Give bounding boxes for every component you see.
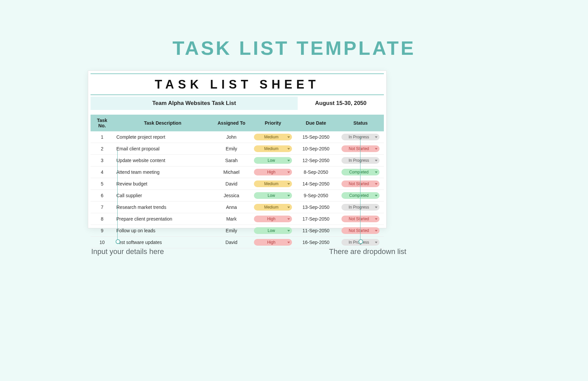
cell-status: In Progress	[337, 131, 384, 143]
chevron-down-icon	[287, 183, 290, 185]
cell-task-description[interactable]: Update website content	[114, 155, 211, 166]
table-row: 6Call supplierJessicaLow9-Sep-2050Comple…	[91, 190, 384, 202]
priority-dropdown[interactable]: Low	[254, 227, 292, 234]
cell-priority: Medium	[251, 143, 295, 155]
col-status: Status	[337, 115, 384, 131]
priority-dropdown[interactable]: Low	[254, 192, 292, 199]
cell-task-no[interactable]: 6	[91, 190, 114, 202]
cell-due-date[interactable]: 12-Sep-2050	[295, 155, 337, 166]
cell-assigned-to[interactable]: David	[211, 178, 251, 190]
cell-due-date[interactable]: 11-Sep-2050	[295, 225, 337, 237]
sheet-subheader: Team Alpha Websites Task List August 15-…	[91, 97, 384, 110]
table-row: 5Review budgetDavidMedium14-Sep-2050Not …	[91, 178, 384, 190]
cell-due-date[interactable]: 9-Sep-2050	[295, 190, 337, 202]
cell-due-date[interactable]: 14-Sep-2050	[295, 178, 337, 190]
team-name-cell[interactable]: Team Alpha Websites Task List	[91, 97, 298, 110]
chevron-down-icon	[287, 171, 290, 173]
chevron-down-icon	[287, 195, 290, 197]
cell-due-date[interactable]: 8-Sep-2050	[295, 166, 337, 178]
cell-task-no[interactable]: 3	[91, 155, 114, 166]
callout-leader-left	[117, 150, 118, 241]
chevron-down-icon	[287, 230, 290, 232]
cell-task-description[interactable]: Email client proposal	[114, 143, 211, 155]
cell-task-no[interactable]: 5	[91, 178, 114, 190]
chevron-down-icon	[375, 207, 378, 208]
status-dropdown[interactable]: Completed	[341, 169, 380, 175]
cell-priority: Medium	[251, 202, 295, 213]
page-title: TASK LIST TEMPLATE	[0, 37, 588, 59]
status-dropdown[interactable]: Not Started	[341, 180, 380, 187]
date-range-cell[interactable]: August 15-30, 2050	[298, 97, 384, 110]
col-due-date: Due Date	[295, 115, 337, 131]
chevron-down-icon	[287, 148, 290, 150]
cell-assigned-to[interactable]: John	[211, 131, 251, 143]
cell-priority: High	[251, 237, 295, 248]
cell-assigned-to[interactable]: Michael	[211, 166, 251, 178]
cell-task-description[interactable]: Attend team meeting	[114, 166, 211, 178]
table-row: 4Attend team meetingMichaelHigh8-Sep-205…	[91, 166, 384, 178]
table-row: 2Email client proposalEmilyMedium10-Sep-…	[91, 143, 384, 155]
cell-task-no[interactable]: 7	[91, 202, 114, 213]
status-dropdown[interactable]: Not Started	[341, 216, 380, 222]
task-list-sheet: TASK LIST SHEET Team Alpha Websites Task…	[88, 71, 387, 228]
cell-task-no[interactable]: 1	[91, 131, 114, 143]
cell-task-no[interactable]: 4	[91, 166, 114, 178]
priority-dropdown[interactable]: High	[254, 169, 292, 175]
priority-dropdown[interactable]: Medium	[254, 204, 292, 211]
chevron-down-icon	[287, 160, 290, 161]
cell-task-no[interactable]: 9	[91, 225, 114, 237]
cell-priority: Medium	[251, 131, 295, 143]
cell-task-description[interactable]: Prepare client presentation	[114, 213, 211, 225]
status-dropdown[interactable]: In Progress	[341, 204, 380, 211]
cell-task-description[interactable]: Review budget	[114, 178, 211, 190]
cell-status: Not Started	[337, 178, 384, 190]
sheet-title: TASK LIST SHEET	[88, 74, 386, 94]
status-dropdown[interactable]: In Progress	[341, 157, 380, 164]
cell-status: Completed	[337, 190, 384, 202]
callout-dot-right	[358, 239, 363, 244]
table-row: 7Research market trendsAnnaMedium13-Sep-…	[91, 202, 384, 213]
cell-task-no[interactable]: 8	[91, 213, 114, 225]
cell-task-description[interactable]: Complete project report	[114, 131, 211, 143]
cell-status: In Progress	[337, 202, 384, 213]
cell-priority: Low	[251, 190, 295, 202]
cell-task-no[interactable]: 10	[91, 237, 114, 248]
cell-due-date[interactable]: 13-Sep-2050	[295, 202, 337, 213]
chevron-down-icon	[375, 195, 378, 197]
cell-assigned-to[interactable]: Mark	[211, 213, 251, 225]
status-dropdown[interactable]: Not Started	[341, 227, 380, 234]
table-row: 8Prepare client presentationMarkHigh17-S…	[91, 213, 384, 225]
chevron-down-icon	[375, 148, 378, 150]
cell-due-date[interactable]: 17-Sep-2050	[295, 213, 337, 225]
cell-assigned-to[interactable]: Emily	[211, 143, 251, 155]
table-row: 10Test software updatesDavidHigh16-Sep-2…	[91, 237, 384, 248]
cell-assigned-to[interactable]: David	[211, 237, 251, 248]
col-task-no: Task No.	[91, 115, 114, 131]
cell-task-description[interactable]: Follow up on leads	[114, 225, 211, 237]
priority-dropdown[interactable]: Medium	[254, 134, 292, 140]
cell-due-date[interactable]: 10-Sep-2050	[295, 143, 337, 155]
cell-assigned-to[interactable]: Jessica	[211, 190, 251, 202]
cell-status: Not Started	[337, 225, 384, 237]
status-dropdown[interactable]: Completed	[341, 192, 380, 199]
cell-assigned-to[interactable]: Sarah	[211, 155, 251, 166]
priority-dropdown[interactable]: Low	[254, 157, 292, 164]
cell-task-description[interactable]: Test software updates	[114, 237, 211, 248]
chevron-down-icon	[375, 183, 378, 185]
priority-dropdown[interactable]: High	[254, 239, 292, 246]
cell-task-description[interactable]: Call supplier	[114, 190, 211, 202]
callout-right-text: There are dropdown list	[329, 247, 406, 256]
priority-dropdown[interactable]: Medium	[254, 180, 292, 187]
cell-assigned-to[interactable]: Emily	[211, 225, 251, 237]
status-dropdown[interactable]: Not Started	[341, 145, 380, 152]
priority-dropdown[interactable]: Medium	[254, 145, 292, 152]
col-priority: Priority	[251, 115, 295, 131]
cell-due-date[interactable]: 15-Sep-2050	[295, 131, 337, 143]
priority-dropdown[interactable]: High	[254, 216, 292, 222]
status-dropdown[interactable]: In Progress	[341, 134, 380, 140]
chevron-down-icon	[287, 242, 290, 243]
cell-task-no[interactable]: 2	[91, 143, 114, 155]
cell-task-description[interactable]: Research market trends	[114, 202, 211, 213]
cell-due-date[interactable]: 16-Sep-2050	[295, 237, 337, 248]
cell-assigned-to[interactable]: Anna	[211, 202, 251, 213]
